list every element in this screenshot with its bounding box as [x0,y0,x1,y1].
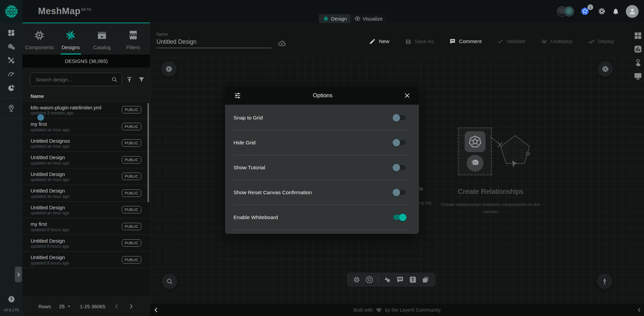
design-updated: updated an hour ago [31,194,69,199]
onboarding-hint: Create Relationships Create relationship… [440,124,541,215]
canvas-toolbar: NewSave AsCommentValidateUndeployDeploy [367,38,616,45]
design-updated: updated an hour ago [31,128,69,132]
tool-shapes[interactable] [383,276,391,284]
tab-label: Components [25,44,54,50]
options-list: Snap to GridHide GridShow TutorialShow R… [225,105,419,234]
nav-meshmap[interactable] [0,101,23,115]
option-label: Hide Grid [234,140,255,146]
design-name: Untitled Design [31,171,69,178]
design-row-text: Untitled Designupdated an hour ago [31,204,69,216]
option-row-hide-grid: Hide Grid [234,130,410,155]
settings-button[interactable] [598,7,606,15]
onboarding-description: Create relationships between components … [440,201,541,215]
new-button[interactable]: New [367,38,391,45]
toggle-enable-whiteboard[interactable] [393,215,406,220]
design-row[interactable]: Untitled Designssupdated an hour agoPUBL… [23,135,150,152]
caret-down-icon [66,304,72,309]
close-modal-button[interactable] [404,92,410,99]
filter-button[interactable] [137,75,146,84]
collaborator-avatar-2[interactable] [564,6,574,16]
profile-avatar[interactable] [626,5,639,18]
zoom-fab[interactable] [162,274,177,289]
canvas-settings-fab[interactable] [161,61,177,77]
expand-right-panel-button[interactable] [636,307,642,313]
tab-catalog[interactable]: Catalog [86,27,118,55]
nav-performance[interactable] [0,67,23,81]
beta-tag: BETA [81,7,92,11]
validate-button[interactable]: Validate [495,38,527,45]
design-row[interactable]: Untitled Designupdated an hour agoPUBLIC [23,152,150,169]
collapse-panel-button[interactable] [153,307,159,313]
design-row[interactable]: Untitled Designupdated 8 hours agoPUBLIC [23,235,150,252]
dock-metrics[interactable] [634,45,642,54]
previous-page-button[interactable] [113,303,120,310]
rows-per-page-select[interactable]: 25 [59,304,72,309]
design-row[interactable]: my firstupdated 6 hours agoPUBLIC [23,218,150,235]
toggle-show-reset-canvas-confirmation[interactable] [393,190,406,195]
nav-extensions[interactable] [0,81,23,95]
expand-nav-button[interactable] [15,267,22,282]
tab-designs[interactable]: Designs [55,27,86,55]
collaborator-avatars [557,6,574,16]
design-name-input[interactable] [156,38,272,48]
option-label: Show Tutorial [234,165,265,171]
undeploy-button[interactable]: Undeploy [539,38,575,45]
pagination: Rows 25 1-25 36065 [23,296,150,316]
gauge-icon [7,70,15,78]
option-row-enable-whiteboard: Enable Whiteboard [234,205,410,230]
search-input[interactable] [35,76,111,83]
design-row[interactable]: Untitled Designupdated an hour agoPUBLIC [23,168,150,185]
option-label: Snap to Grid [234,115,263,121]
tool-components[interactable] [353,276,361,284]
design-list: k8s-wasm-plugin-ratelimiter.ymlupdated 3… [23,101,150,296]
canvas-preferences-fab[interactable] [598,61,613,77]
header-actions: 1 [557,0,639,23]
design-row[interactable]: Untitled Designupdated an hour agoPUBLIC [23,202,150,218]
tool-kubernetes[interactable] [365,276,373,284]
mode-tab-visualize[interactable]: Visualize [351,14,387,23]
tab-components[interactable]: Components [24,27,55,55]
version-label: v0.6.176 [4,308,19,312]
nav-lifecycle[interactable] [0,40,23,54]
tool-comment[interactable] [396,276,404,284]
import-design-button[interactable] [125,75,134,84]
layer5-logo-icon [4,4,19,19]
search-box [30,73,122,86]
design-row[interactable]: Untitled Designupdated 8 hours agoPUBLIC [23,252,150,269]
bottom-dock [347,273,435,287]
help-icon [8,295,15,303]
dock-interact[interactable] [634,58,642,67]
notifications-button[interactable] [612,8,619,15]
visibility-badge: PUBLIC [122,239,141,247]
nav-dashboard[interactable] [0,26,23,40]
pen-nib-icon [601,278,608,285]
toggle-snap-to-grid[interactable] [393,115,406,120]
next-page-button[interactable] [128,303,134,310]
visibility-badge: PUBLIC [122,206,141,213]
design-row[interactable]: k8s-wasm-plugin-ratelimiter.ymlupdated 3… [23,102,150,118]
layer5-logo[interactable] [0,0,23,23]
deploy-button[interactable]: Deploy [586,38,616,45]
design-name: Untitled Design [31,254,69,261]
tool-text[interactable] [409,276,417,284]
mode-tab-design[interactable]: Design [319,14,351,23]
bell-icon [612,8,619,15]
toggle-hide-grid[interactable] [393,140,406,145]
save-as-button[interactable]: Save As [403,38,436,45]
draw-tool-fab[interactable] [597,274,612,289]
design-name: Untitled Design [31,204,69,211]
dock-widgets[interactable] [634,31,642,40]
comment-button[interactable]: Comment [447,38,484,45]
design-row[interactable]: Untitled Designupdated an hour agoPUBLIC [23,185,150,202]
toggle-show-tutorial[interactable] [393,165,406,170]
scrollbar[interactable] [147,103,149,202]
tool-media[interactable] [422,276,430,284]
occluded-text-fragment: ng the [419,200,432,205]
help-button[interactable] [8,295,15,303]
kubernetes-context-button[interactable]: 1 [580,7,589,16]
dock-display[interactable] [634,72,642,80]
options-modal-header[interactable]: Options [225,86,419,105]
tab-filters[interactable]: Filters [117,27,149,55]
footer-text-suffix: by the Layer5 Community [385,307,440,313]
nav-configuration[interactable] [0,54,23,67]
